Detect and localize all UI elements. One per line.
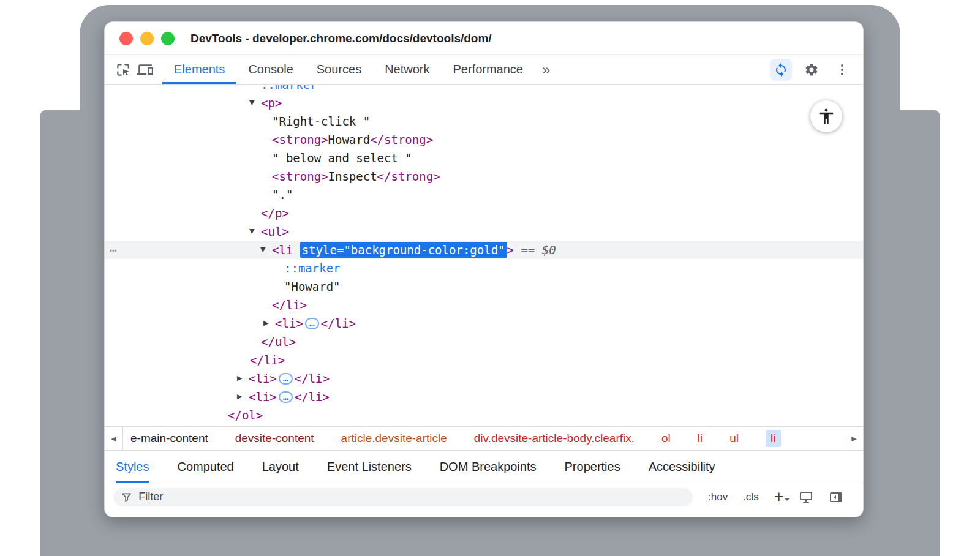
dom-token-space xyxy=(293,243,300,257)
breadcrumb-item-devsite-content[interactable]: devsite-content xyxy=(235,432,314,445)
dom-node[interactable]: ::marker xyxy=(105,259,863,277)
dom-node[interactable]: <strong>Howard</strong> xyxy=(105,130,863,149)
breadcrumb-scroll-right-button[interactable]: ▶ xyxy=(845,427,863,450)
rendering-monitor-button[interactable] xyxy=(799,490,813,505)
dom-node[interactable]: "." xyxy=(105,186,863,204)
zoom-button[interactable] xyxy=(161,32,175,45)
dom-node[interactable]: " below and select " xyxy=(105,149,863,167)
dom-node[interactable]: ▼<ul> xyxy=(105,222,863,241)
styles-filter-bar: :hov .cls + xyxy=(105,483,863,511)
titlebar: DevTools - developer.chrome.com/docs/dev… xyxy=(105,22,863,55)
element-classes-button[interactable]: .cls xyxy=(743,491,759,503)
dom-token-tag: </p> xyxy=(261,206,289,220)
inline-expand-icon[interactable]: … xyxy=(279,373,293,385)
dom-node[interactable]: <strong>Inspect</strong> xyxy=(105,167,863,186)
tab-styles[interactable]: Styles xyxy=(116,451,149,483)
dom-node[interactable]: "Right-click " xyxy=(105,112,863,130)
close-button[interactable] xyxy=(119,32,133,45)
inline-expand-icon[interactable]: … xyxy=(279,391,293,403)
dom-tree: ::marker▼<p>"Right-click "<strong>Howard… xyxy=(105,85,863,426)
minimize-button[interactable] xyxy=(140,32,154,45)
breadcrumb-items: e-main-contentdevsite-contentarticle.dev… xyxy=(123,430,845,447)
sync-arrows-button[interactable] xyxy=(770,59,792,81)
breadcrumb-item-li[interactable]: li xyxy=(766,430,780,447)
tab-properties[interactable]: Properties xyxy=(565,451,620,483)
kebab-menu-button[interactable] xyxy=(831,59,853,81)
collapse-sidebar-icon xyxy=(829,490,843,505)
dom-node[interactable]: </ul> xyxy=(105,332,863,351)
filter-input[interactable] xyxy=(138,490,685,503)
dom-token-tag: </li> xyxy=(295,390,330,404)
breadcrumb-scroll-left-button[interactable]: ◀ xyxy=(105,427,123,450)
tab-elements[interactable]: Elements xyxy=(162,55,236,84)
dom-token-tag: <p> xyxy=(261,96,282,110)
dom-node[interactable]: ▼<p> xyxy=(105,94,863,112)
overflow-dots-icon[interactable]: ⋯ xyxy=(110,241,116,259)
toolbar-right xyxy=(770,55,863,84)
dom-token-tag: <li> xyxy=(249,390,277,404)
tab-event-listeners[interactable]: Event Listeners xyxy=(327,451,412,483)
breadcrumb-item-e-main-content[interactable]: e-main-content xyxy=(130,432,208,445)
inline-expand-icon[interactable]: … xyxy=(305,318,319,329)
accessibility-button[interactable] xyxy=(810,100,842,132)
dom-token-text: "Howard" xyxy=(284,280,341,293)
devtools-window: DevTools - developer.chrome.com/docs/dev… xyxy=(104,21,864,517)
tab-accessibility[interactable]: Accessibility xyxy=(649,451,715,483)
breadcrumb-item-ol[interactable]: ol xyxy=(662,432,671,445)
dom-token-tag: <li> xyxy=(249,372,277,385)
new-style-rule-button[interactable]: + xyxy=(774,487,784,506)
toggle-element-state-button[interactable]: :hov xyxy=(708,491,728,503)
plus-icon: + xyxy=(774,487,784,506)
dom-token-tag: </strong> xyxy=(377,170,440,183)
dom-node[interactable]: </ol> xyxy=(105,406,863,424)
tree-expanded-arrow-icon[interactable]: ▼ xyxy=(249,222,254,241)
tab-network[interactable]: Network xyxy=(373,55,441,84)
dom-token-tag: </strong> xyxy=(370,133,433,146)
tree-expanded-arrow-icon[interactable]: ▼ xyxy=(249,94,254,112)
tree-collapsed-arrow-icon[interactable]: ▶ xyxy=(237,369,242,388)
dom-node[interactable]: ▶<li>…</li> xyxy=(105,369,863,388)
dom-token-tag: <li> xyxy=(275,317,303,330)
breadcrumb-item-article-devsite-article[interactable]: article.devsite-article xyxy=(341,432,447,445)
dom-token-attr-selected: style="background-color:gold" xyxy=(300,242,507,258)
dom-node-selected[interactable]: ⋯▼<li style="background-color:gold"> == … xyxy=(105,241,863,259)
dom-token-tag: </li> xyxy=(250,353,285,367)
dom-node[interactable]: </p> xyxy=(105,204,863,222)
more-tabs-button[interactable]: » xyxy=(542,61,550,78)
tab-console[interactable]: Console xyxy=(236,55,304,84)
dom-token-pseudo: ::marker xyxy=(261,85,317,91)
dom-token-text: " below and select " xyxy=(272,151,412,165)
tab-layout[interactable]: Layout xyxy=(262,451,299,483)
sync-arrows-icon xyxy=(774,62,788,77)
dom-token-tag: </li> xyxy=(321,317,356,330)
tree-collapsed-arrow-icon[interactable]: ▶ xyxy=(263,314,268,332)
dom-node[interactable]: ::marker xyxy=(105,85,863,94)
dom-node[interactable]: ▶<li>…</li> xyxy=(105,314,863,332)
dom-token-tag: </li> xyxy=(272,298,307,312)
dom-token-space xyxy=(514,243,521,257)
dom-node[interactable]: </li> xyxy=(105,351,863,369)
tab-sources[interactable]: Sources xyxy=(305,55,373,84)
tree-expanded-arrow-icon[interactable]: ▼ xyxy=(260,241,265,259)
dom-node[interactable]: ▶<li>…</li> xyxy=(105,388,863,406)
gear-icon xyxy=(804,62,819,77)
main-toolbar: ElementsConsoleSourcesNetworkPerformance… xyxy=(105,55,863,85)
tab-computed[interactable]: Computed xyxy=(177,451,233,483)
inspect-element-button[interactable] xyxy=(112,59,134,81)
kebab-dots-icon xyxy=(835,62,850,77)
breadcrumb-item-ul[interactable]: ul xyxy=(729,432,739,445)
styles-filter-field[interactable] xyxy=(113,488,693,506)
toggle-sidebar-button[interactable] xyxy=(829,490,843,505)
dom-token-tag: <strong> xyxy=(272,170,328,183)
tab-performance[interactable]: Performance xyxy=(442,55,535,84)
tree-collapsed-arrow-icon[interactable]: ▶ xyxy=(237,388,242,406)
breadcrumb-item-li[interactable]: li xyxy=(698,432,703,445)
dom-node[interactable]: "Howard" xyxy=(105,277,863,296)
main-tabs: ElementsConsoleSourcesNetworkPerformance xyxy=(162,55,535,84)
breadcrumb-item-div-devsite-article-body-clearfix[interactable]: div.devsite-article-body.clearfix. xyxy=(474,432,635,445)
device-toolbar-button[interactable] xyxy=(134,59,156,81)
dom-node[interactable]: </li> xyxy=(105,296,863,314)
page-background: DevTools - developer.chrome.com/docs/dev… xyxy=(0,0,980,556)
settings-button[interactable] xyxy=(801,59,823,81)
tab-dom-breakpoints[interactable]: DOM Breakpoints xyxy=(440,451,537,483)
